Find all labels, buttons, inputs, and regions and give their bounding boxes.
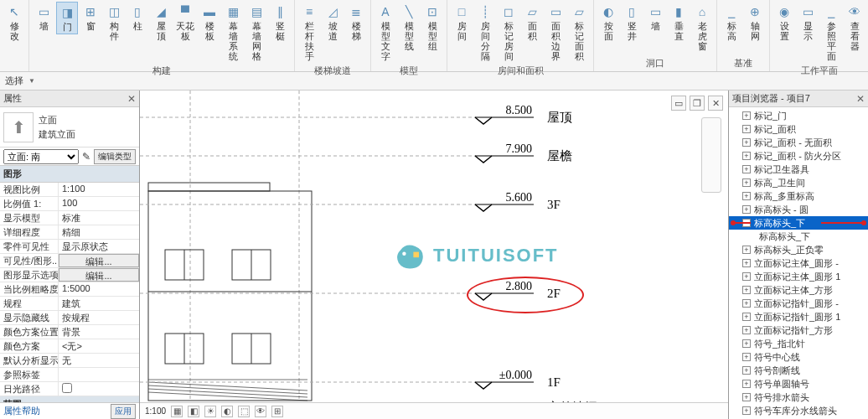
prop-row[interactable]: 显示隐藏线按规程 bbox=[0, 311, 139, 325]
mline-button[interactable]: ╲模型线 bbox=[398, 2, 420, 53]
level-button[interactable]: ⎯标高 bbox=[721, 2, 742, 43]
expand-icon[interactable]: + bbox=[742, 286, 751, 294]
tree-node[interactable]: +标记_门 bbox=[729, 109, 868, 122]
by-face-button[interactable]: ◐按面 bbox=[597, 2, 619, 43]
prop-row[interactable]: 颜色方案<无> bbox=[0, 339, 139, 354]
tree-node[interactable]: +符号排水箭头 bbox=[729, 391, 868, 404]
select-label[interactable]: 选择 bbox=[5, 75, 23, 87]
expand-icon[interactable]: + bbox=[742, 313, 751, 321]
tree-node[interactable]: +标高标头_正负零 bbox=[729, 243, 868, 256]
prop-row[interactable]: 视图比例1:100 bbox=[0, 183, 139, 197]
curtain-sys-button[interactable]: ▦幕墙系统 bbox=[222, 2, 244, 63]
expand-icon[interactable]: + bbox=[742, 165, 751, 173]
nav-bar[interactable] bbox=[701, 117, 721, 193]
close-icon[interactable]: ✕ bbox=[856, 93, 865, 105]
show-button[interactable]: ▭显示 bbox=[797, 2, 819, 43]
apply-button[interactable]: 应用 bbox=[111, 404, 136, 419]
mtext-button[interactable]: A模型文字 bbox=[375, 2, 396, 63]
stair-button[interactable]: ≣楼梯 bbox=[345, 2, 367, 43]
si-style-icon[interactable]: ◧ bbox=[188, 406, 199, 417]
prop-row[interactable]: 日光路径 bbox=[0, 382, 139, 396]
room-sep-button[interactable]: ┊房间分隔 bbox=[474, 2, 496, 63]
expand-icon[interactable]: + bbox=[742, 406, 751, 415]
ceiling-button[interactable]: ▀天花板 bbox=[173, 2, 197, 43]
expand-icon[interactable]: + bbox=[742, 259, 751, 267]
column-button[interactable]: ▯柱 bbox=[127, 2, 148, 33]
expand-icon[interactable]: + bbox=[742, 178, 751, 187]
set-button[interactable]: ◉设置 bbox=[773, 2, 795, 43]
si-hide-icon[interactable]: 👁 bbox=[255, 406, 266, 417]
expand-icon[interactable]: + bbox=[742, 111, 751, 120]
wall-op-button[interactable]: ▭墙 bbox=[644, 2, 666, 33]
mgroup-button[interactable]: ⊡模型组 bbox=[421, 2, 443, 53]
tree-node[interactable]: +标记卫生器具 bbox=[729, 163, 868, 176]
prop-row[interactable]: 比例值 1:100 bbox=[0, 197, 139, 211]
drawing-canvas[interactable]: 8.500屋顶7.900屋檐5.6003F2.8002F±0.0001F室外地坪… bbox=[140, 91, 728, 419]
door-button[interactable]: ◨门 bbox=[56, 2, 78, 34]
curtain-grid-button[interactable]: ▤幕墙网格 bbox=[245, 2, 267, 63]
tree-node[interactable]: +符号单圆轴号 bbox=[729, 377, 868, 391]
tree-node[interactable]: 标高标头_下 bbox=[729, 230, 868, 243]
expand-icon[interactable]: + bbox=[742, 393, 751, 401]
area-bdy-button[interactable]: ▭面积边界 bbox=[545, 2, 566, 63]
expand-icon[interactable]: + bbox=[742, 380, 751, 388]
prop-row[interactable]: 零件可见性显示原状态 bbox=[0, 240, 139, 254]
instance-select[interactable]: 立面: 南 bbox=[3, 149, 79, 164]
floor-button[interactable]: ▬楼板 bbox=[199, 2, 220, 43]
prop-row[interactable]: 参照标签 bbox=[0, 368, 139, 382]
prop-section-图形[interactable]: 图形 bbox=[0, 166, 139, 183]
prop-row[interactable]: 显示模型标准 bbox=[0, 211, 139, 225]
prop-row[interactable]: 规程建筑 bbox=[0, 297, 139, 311]
expand-icon[interactable]: + bbox=[742, 205, 751, 214]
roof-button[interactable]: ◢屋顶 bbox=[150, 2, 172, 43]
si-sun-icon[interactable]: ☀ bbox=[204, 406, 216, 417]
tree-node[interactable]: +符号剖断线 bbox=[729, 364, 868, 377]
expand-icon[interactable]: + bbox=[742, 272, 751, 281]
component-button[interactable]: ◫构件 bbox=[103, 2, 125, 43]
tree-node[interactable]: +立面标记指针_圆形 - bbox=[729, 297, 868, 310]
vert-op-button[interactable]: ▮垂直 bbox=[668, 2, 690, 43]
shaft-button[interactable]: ▯竖井 bbox=[621, 2, 643, 43]
wall-button[interactable]: ▭墙 bbox=[33, 2, 54, 33]
tree-node[interactable]: +符号_指北针 bbox=[729, 337, 868, 350]
select-arrow[interactable]: ▼ bbox=[28, 77, 35, 85]
prop-row[interactable]: 颜色方案位置背景 bbox=[0, 325, 139, 339]
si-crop-icon[interactable]: ⬚ bbox=[238, 406, 250, 417]
ref-button[interactable]: ⎯参照平面 bbox=[820, 2, 842, 63]
prop-section-范围[interactable]: 范围 bbox=[0, 396, 139, 402]
modify-button[interactable]: ↖修改 bbox=[3, 2, 25, 43]
viewer-button[interactable]: 👁查看器 bbox=[844, 2, 865, 53]
si-reveal-icon[interactable]: ⊞ bbox=[271, 406, 283, 417]
expand-icon[interactable]: + bbox=[742, 353, 751, 361]
expand-icon[interactable]: + bbox=[742, 339, 751, 348]
tree-node[interactable]: +立面标记主体_圆形 1 bbox=[729, 270, 868, 283]
tree-node[interactable]: +立面标记指针_圆形 1 bbox=[729, 310, 868, 323]
expand-icon[interactable]: + bbox=[742, 299, 751, 308]
tree-node[interactable]: +立面标记主体_圆形 - bbox=[729, 256, 868, 270]
tree-node[interactable]: +符号中心线 bbox=[729, 350, 868, 364]
prop-row[interactable]: 详细程度精细 bbox=[0, 225, 139, 240]
expand-icon[interactable]: + bbox=[742, 326, 751, 334]
expand-icon[interactable]: + bbox=[742, 138, 751, 147]
dormer-button[interactable]: ⌂老虎窗 bbox=[691, 2, 713, 53]
edit-type-button[interactable]: 编辑类型 bbox=[94, 149, 136, 164]
tree-node[interactable]: +标记_面积 - 防火分区 bbox=[729, 149, 868, 163]
scale-label[interactable]: 1:100 bbox=[145, 406, 166, 416]
prop-row[interactable]: 可见性/图形...编辑... bbox=[0, 254, 139, 268]
tree-node[interactable]: +标高_卫生间 bbox=[729, 176, 868, 189]
tree-node[interactable]: +标记_面积 bbox=[729, 122, 868, 136]
tree-node[interactable]: +标记_面积 - 无面积 bbox=[729, 136, 868, 149]
tag-room-button[interactable]: ◻标记房间 bbox=[498, 2, 519, 63]
mullion-button[interactable]: ‖竖梃 bbox=[269, 2, 291, 43]
vc-tile-icon[interactable]: ▭ bbox=[671, 96, 686, 111]
room-button[interactable]: □房间 bbox=[451, 2, 473, 43]
grid-button[interactable]: ⊕轴网 bbox=[744, 2, 766, 43]
si-detail-icon[interactable]: ▦ bbox=[171, 406, 183, 417]
tree-node[interactable]: +符号车库分水线箭头 bbox=[729, 404, 868, 417]
vc-close-icon[interactable]: ✕ bbox=[708, 96, 723, 111]
prop-row[interactable]: 当比例粗略度...1:5000 bbox=[0, 282, 139, 297]
railing-button[interactable]: ≡栏杆扶手 bbox=[298, 2, 320, 63]
type-icon[interactable]: ⬆ bbox=[3, 112, 34, 142]
tree-node[interactable]: +标高_多重标高 bbox=[729, 189, 868, 203]
tree-node[interactable]: +标高标头 - 圆 bbox=[729, 203, 868, 216]
